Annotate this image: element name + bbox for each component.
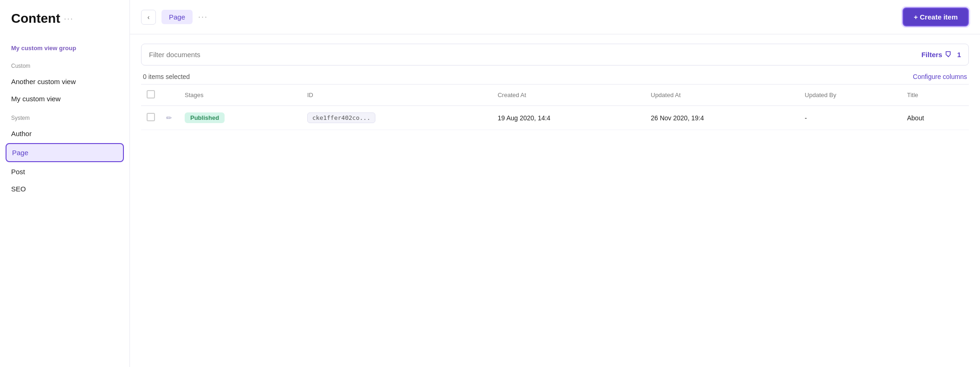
col-header-edit	[161, 85, 179, 106]
row-updated-by-cell: -	[799, 106, 901, 130]
col-header-created-at: Created At	[492, 85, 645, 106]
sidebar-item-post[interactable]: Post	[0, 163, 129, 180]
filter-right: Filters ⛉ 1	[922, 51, 961, 59]
create-item-button[interactable]: + Create item	[903, 7, 969, 26]
filters-label: Filters	[922, 51, 942, 59]
select-all-checkbox[interactable]	[147, 90, 155, 98]
filter-count: 1	[957, 51, 961, 59]
topbar: ‹ Page ··· + Create item	[130, 0, 980, 34]
topbar-left: ‹ Page ···	[141, 10, 208, 25]
page-tab[interactable]: Page	[161, 10, 193, 24]
sidebar-item-label: My custom view	[11, 95, 61, 103]
sidebar: Content ··· My custom view group Custom …	[0, 0, 130, 367]
row-updated-at-cell: 26 Nov 2020, 19:4	[645, 106, 799, 130]
row-checkbox[interactable]	[147, 113, 155, 121]
items-selected-label: 0 items selected	[143, 73, 190, 80]
row-created-at-value: 19 Aug 2020, 14:4	[497, 114, 550, 122]
sidebar-title-row: Content ···	[0, 11, 129, 37]
row-title-value: About	[907, 114, 924, 122]
content-area: Filters ⛉ 1 0 items selected Configure c…	[130, 34, 980, 367]
back-chevron-icon: ‹	[148, 13, 150, 21]
main-content: ‹ Page ··· + Create item Filters ⛉ 1	[130, 0, 980, 367]
row-title-cell: About	[902, 106, 969, 130]
sidebar-item-label: Author	[11, 130, 32, 138]
col-header-updated-by: Updated By	[799, 85, 901, 106]
col-header-title: Title	[902, 85, 969, 106]
row-stage-cell: Published	[179, 106, 302, 130]
back-button[interactable]: ‹	[141, 10, 156, 25]
col-header-updated-at: Updated At	[645, 85, 799, 106]
row-id-cell: cke1ffer402co...	[302, 106, 492, 130]
sidebar-item-my-custom-view[interactable]: My custom view	[0, 90, 129, 107]
sidebar-item-label: SEO	[11, 185, 26, 193]
filters-button[interactable]: Filters ⛉	[922, 51, 952, 59]
edit-pencil-icon: ✏	[166, 114, 172, 122]
filter-input[interactable]	[149, 44, 922, 65]
sidebar-item-seo[interactable]: SEO	[0, 180, 129, 197]
table-header-row: 0 items selected Configure columns	[141, 73, 969, 80]
col-header-id: ID	[302, 85, 492, 106]
sidebar-title-dots[interactable]: ···	[64, 14, 74, 24]
row-created-at-cell: 19 Aug 2020, 14:4	[492, 106, 645, 130]
sidebar-system-section-label: System	[0, 107, 129, 125]
sidebar-item-label: Another custom view	[11, 78, 76, 85]
filter-bar: Filters ⛉ 1	[141, 44, 969, 66]
data-table: Stages ID Created At Updated At Updated	[141, 84, 969, 130]
stage-badge: Published	[185, 112, 225, 123]
sidebar-item-another-custom-view[interactable]: Another custom view	[0, 73, 129, 90]
sidebar-group-label: My custom view group	[0, 37, 129, 55]
col-header-checkbox	[141, 85, 161, 106]
table-row: ✏ Published cke1ffer402co... 19 Aug 2020…	[141, 106, 969, 130]
sidebar-item-label: Page	[12, 149, 28, 157]
row-edit-cell[interactable]: ✏	[161, 106, 179, 130]
configure-columns-button[interactable]: Configure columns	[913, 73, 967, 80]
sidebar-item-label: Post	[11, 168, 25, 176]
row-updated-by-value: -	[805, 114, 807, 122]
sidebar-item-page[interactable]: Page	[6, 143, 124, 162]
row-updated-at-value: 26 Nov 2020, 19:4	[651, 114, 704, 122]
filter-funnel-icon: ⛉	[945, 51, 952, 59]
sidebar-item-author[interactable]: Author	[0, 125, 129, 142]
sidebar-title: Content	[11, 11, 60, 26]
row-id-value: cke1ffer402co...	[307, 112, 375, 123]
row-checkbox-cell	[141, 106, 161, 130]
topbar-more-dots[interactable]: ···	[198, 12, 208, 22]
sidebar-custom-section-label: Custom	[0, 55, 129, 73]
col-header-stages: Stages	[179, 85, 302, 106]
